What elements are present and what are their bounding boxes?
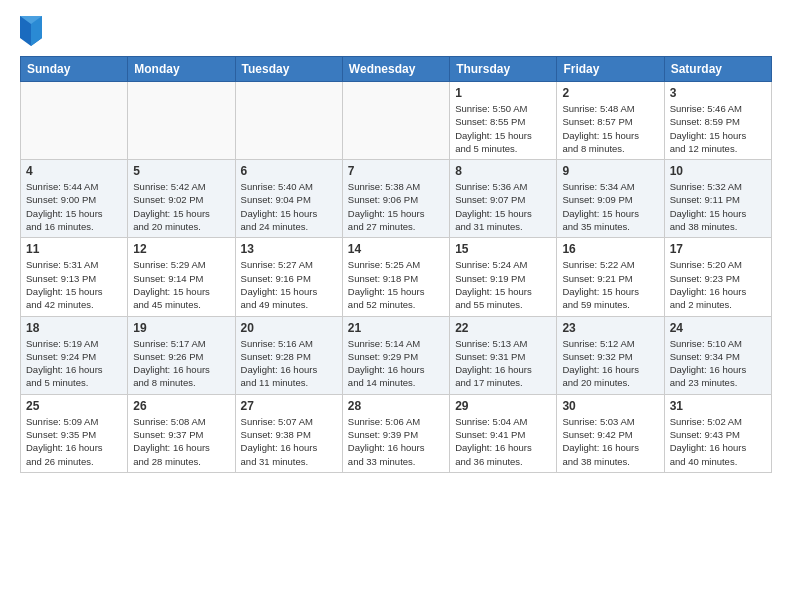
day-info: Sunrise: 5:20 AM Sunset: 9:23 PM Dayligh… xyxy=(670,258,766,311)
calendar-day-cell: 17Sunrise: 5:20 AM Sunset: 9:23 PM Dayli… xyxy=(664,238,771,316)
day-info: Sunrise: 5:08 AM Sunset: 9:37 PM Dayligh… xyxy=(133,415,229,468)
day-number: 26 xyxy=(133,399,229,413)
calendar-day-cell: 21Sunrise: 5:14 AM Sunset: 9:29 PM Dayli… xyxy=(342,316,449,394)
day-info: Sunrise: 5:06 AM Sunset: 9:39 PM Dayligh… xyxy=(348,415,444,468)
calendar-day-cell: 8Sunrise: 5:36 AM Sunset: 9:07 PM Daylig… xyxy=(450,160,557,238)
day-number: 16 xyxy=(562,242,658,256)
day-info: Sunrise: 5:22 AM Sunset: 9:21 PM Dayligh… xyxy=(562,258,658,311)
calendar-day-cell: 19Sunrise: 5:17 AM Sunset: 9:26 PM Dayli… xyxy=(128,316,235,394)
day-number: 17 xyxy=(670,242,766,256)
calendar-day-cell: 3Sunrise: 5:46 AM Sunset: 8:59 PM Daylig… xyxy=(664,82,771,160)
calendar-header-monday: Monday xyxy=(128,57,235,82)
calendar-day-cell: 10Sunrise: 5:32 AM Sunset: 9:11 PM Dayli… xyxy=(664,160,771,238)
day-info: Sunrise: 5:09 AM Sunset: 9:35 PM Dayligh… xyxy=(26,415,122,468)
calendar-day-cell xyxy=(21,82,128,160)
day-info: Sunrise: 5:03 AM Sunset: 9:42 PM Dayligh… xyxy=(562,415,658,468)
logo xyxy=(20,16,48,46)
calendar-day-cell: 26Sunrise: 5:08 AM Sunset: 9:37 PM Dayli… xyxy=(128,394,235,472)
day-info: Sunrise: 5:02 AM Sunset: 9:43 PM Dayligh… xyxy=(670,415,766,468)
day-info: Sunrise: 5:12 AM Sunset: 9:32 PM Dayligh… xyxy=(562,337,658,390)
day-number: 31 xyxy=(670,399,766,413)
day-info: Sunrise: 5:10 AM Sunset: 9:34 PM Dayligh… xyxy=(670,337,766,390)
calendar-day-cell: 31Sunrise: 5:02 AM Sunset: 9:43 PM Dayli… xyxy=(664,394,771,472)
day-info: Sunrise: 5:13 AM Sunset: 9:31 PM Dayligh… xyxy=(455,337,551,390)
calendar-day-cell: 15Sunrise: 5:24 AM Sunset: 9:19 PM Dayli… xyxy=(450,238,557,316)
day-info: Sunrise: 5:04 AM Sunset: 9:41 PM Dayligh… xyxy=(455,415,551,468)
day-number: 10 xyxy=(670,164,766,178)
calendar-day-cell: 14Sunrise: 5:25 AM Sunset: 9:18 PM Dayli… xyxy=(342,238,449,316)
calendar-day-cell: 29Sunrise: 5:04 AM Sunset: 9:41 PM Dayli… xyxy=(450,394,557,472)
day-info: Sunrise: 5:50 AM Sunset: 8:55 PM Dayligh… xyxy=(455,102,551,155)
calendar-week-row: 1Sunrise: 5:50 AM Sunset: 8:55 PM Daylig… xyxy=(21,82,772,160)
calendar-day-cell: 28Sunrise: 5:06 AM Sunset: 9:39 PM Dayli… xyxy=(342,394,449,472)
day-number: 6 xyxy=(241,164,337,178)
calendar-day-cell: 30Sunrise: 5:03 AM Sunset: 9:42 PM Dayli… xyxy=(557,394,664,472)
day-info: Sunrise: 5:36 AM Sunset: 9:07 PM Dayligh… xyxy=(455,180,551,233)
calendar-day-cell: 1Sunrise: 5:50 AM Sunset: 8:55 PM Daylig… xyxy=(450,82,557,160)
calendar-day-cell: 22Sunrise: 5:13 AM Sunset: 9:31 PM Dayli… xyxy=(450,316,557,394)
calendar-day-cell: 13Sunrise: 5:27 AM Sunset: 9:16 PM Dayli… xyxy=(235,238,342,316)
calendar-week-row: 4Sunrise: 5:44 AM Sunset: 9:00 PM Daylig… xyxy=(21,160,772,238)
day-info: Sunrise: 5:34 AM Sunset: 9:09 PM Dayligh… xyxy=(562,180,658,233)
day-number: 9 xyxy=(562,164,658,178)
day-number: 11 xyxy=(26,242,122,256)
calendar-day-cell xyxy=(342,82,449,160)
day-number: 23 xyxy=(562,321,658,335)
day-info: Sunrise: 5:48 AM Sunset: 8:57 PM Dayligh… xyxy=(562,102,658,155)
calendar-day-cell: 9Sunrise: 5:34 AM Sunset: 9:09 PM Daylig… xyxy=(557,160,664,238)
calendar-header-saturday: Saturday xyxy=(664,57,771,82)
day-info: Sunrise: 5:44 AM Sunset: 9:00 PM Dayligh… xyxy=(26,180,122,233)
day-info: Sunrise: 5:17 AM Sunset: 9:26 PM Dayligh… xyxy=(133,337,229,390)
day-number: 22 xyxy=(455,321,551,335)
calendar-day-cell xyxy=(235,82,342,160)
calendar-table: SundayMondayTuesdayWednesdayThursdayFrid… xyxy=(20,56,772,473)
calendar-week-row: 11Sunrise: 5:31 AM Sunset: 9:13 PM Dayli… xyxy=(21,238,772,316)
day-number: 25 xyxy=(26,399,122,413)
day-info: Sunrise: 5:31 AM Sunset: 9:13 PM Dayligh… xyxy=(26,258,122,311)
day-number: 29 xyxy=(455,399,551,413)
day-number: 28 xyxy=(348,399,444,413)
day-info: Sunrise: 5:38 AM Sunset: 9:06 PM Dayligh… xyxy=(348,180,444,233)
day-number: 18 xyxy=(26,321,122,335)
calendar-day-cell: 11Sunrise: 5:31 AM Sunset: 9:13 PM Dayli… xyxy=(21,238,128,316)
day-number: 5 xyxy=(133,164,229,178)
calendar-day-cell: 16Sunrise: 5:22 AM Sunset: 9:21 PM Dayli… xyxy=(557,238,664,316)
day-info: Sunrise: 5:07 AM Sunset: 9:38 PM Dayligh… xyxy=(241,415,337,468)
calendar-day-cell: 2Sunrise: 5:48 AM Sunset: 8:57 PM Daylig… xyxy=(557,82,664,160)
calendar-day-cell: 18Sunrise: 5:19 AM Sunset: 9:24 PM Dayli… xyxy=(21,316,128,394)
calendar-day-cell: 7Sunrise: 5:38 AM Sunset: 9:06 PM Daylig… xyxy=(342,160,449,238)
calendar-day-cell xyxy=(128,82,235,160)
calendar-header-thursday: Thursday xyxy=(450,57,557,82)
day-number: 7 xyxy=(348,164,444,178)
logo-icon xyxy=(20,16,42,46)
calendar-page: SundayMondayTuesdayWednesdayThursdayFrid… xyxy=(0,0,792,489)
day-info: Sunrise: 5:19 AM Sunset: 9:24 PM Dayligh… xyxy=(26,337,122,390)
calendar-day-cell: 5Sunrise: 5:42 AM Sunset: 9:02 PM Daylig… xyxy=(128,160,235,238)
calendar-day-cell: 12Sunrise: 5:29 AM Sunset: 9:14 PM Dayli… xyxy=(128,238,235,316)
calendar-day-cell: 25Sunrise: 5:09 AM Sunset: 9:35 PM Dayli… xyxy=(21,394,128,472)
calendar-header-wednesday: Wednesday xyxy=(342,57,449,82)
day-number: 3 xyxy=(670,86,766,100)
day-number: 21 xyxy=(348,321,444,335)
calendar-day-cell: 20Sunrise: 5:16 AM Sunset: 9:28 PM Dayli… xyxy=(235,316,342,394)
calendar-header-friday: Friday xyxy=(557,57,664,82)
calendar-day-cell: 27Sunrise: 5:07 AM Sunset: 9:38 PM Dayli… xyxy=(235,394,342,472)
day-info: Sunrise: 5:29 AM Sunset: 9:14 PM Dayligh… xyxy=(133,258,229,311)
calendar-day-cell: 24Sunrise: 5:10 AM Sunset: 9:34 PM Dayli… xyxy=(664,316,771,394)
day-number: 20 xyxy=(241,321,337,335)
day-number: 8 xyxy=(455,164,551,178)
calendar-day-cell: 23Sunrise: 5:12 AM Sunset: 9:32 PM Dayli… xyxy=(557,316,664,394)
day-number: 30 xyxy=(562,399,658,413)
calendar-day-cell: 4Sunrise: 5:44 AM Sunset: 9:00 PM Daylig… xyxy=(21,160,128,238)
day-number: 27 xyxy=(241,399,337,413)
header xyxy=(20,16,772,46)
calendar-header-row: SundayMondayTuesdayWednesdayThursdayFrid… xyxy=(21,57,772,82)
calendar-header-tuesday: Tuesday xyxy=(235,57,342,82)
day-number: 24 xyxy=(670,321,766,335)
calendar-week-row: 25Sunrise: 5:09 AM Sunset: 9:35 PM Dayli… xyxy=(21,394,772,472)
day-info: Sunrise: 5:32 AM Sunset: 9:11 PM Dayligh… xyxy=(670,180,766,233)
day-info: Sunrise: 5:14 AM Sunset: 9:29 PM Dayligh… xyxy=(348,337,444,390)
day-number: 2 xyxy=(562,86,658,100)
day-number: 14 xyxy=(348,242,444,256)
calendar-day-cell: 6Sunrise: 5:40 AM Sunset: 9:04 PM Daylig… xyxy=(235,160,342,238)
